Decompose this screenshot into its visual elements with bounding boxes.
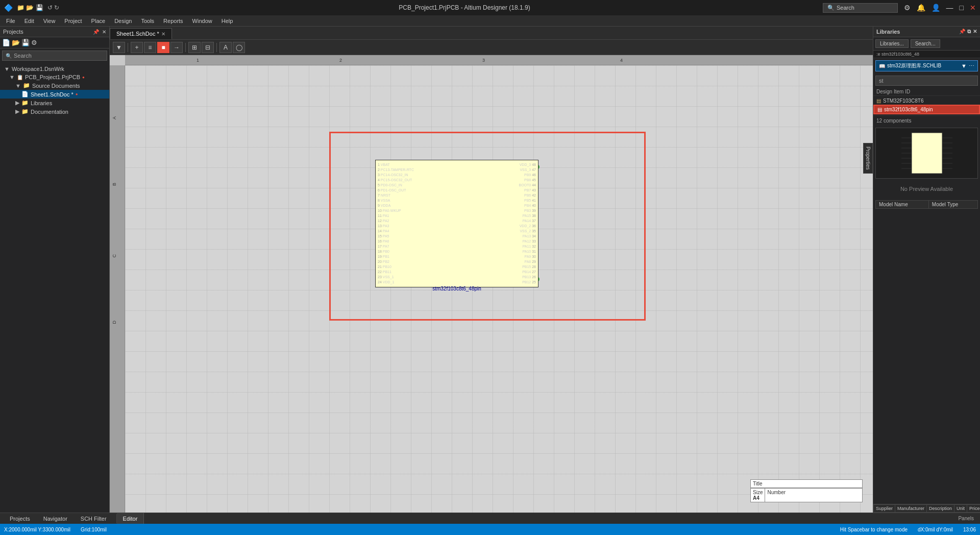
menu-help[interactable]: Help xyxy=(217,17,237,25)
pin-7: 7 NRST xyxy=(378,193,414,198)
library-dropdown[interactable]: 📖 stm32原理图库.SCHLIB ▼ ⋯ xyxy=(875,60,978,71)
tree-libraries[interactable]: ▶ 📁 Libraries xyxy=(0,99,109,107)
panels-button[interactable]: Panels xyxy=(952,516,980,521)
no-preview-text: No Preview Available xyxy=(873,181,980,197)
toolbar-text-btn[interactable]: A xyxy=(219,42,232,53)
menu-edit[interactable]: Edit xyxy=(20,17,38,25)
toolbar-filter-btn[interactable]: ▼ xyxy=(113,42,125,53)
chip-icon-2: ▤ xyxy=(877,107,882,112)
pin-24: 24 VDD_1 xyxy=(378,280,414,285)
project-search-input[interactable]: 🔍 Search xyxy=(2,51,107,61)
sheet-error-dot: ● xyxy=(76,92,78,96)
bottom-tab-projects[interactable]: Projects xyxy=(4,514,36,523)
user-icon[interactable]: 👤 xyxy=(932,4,940,12)
toolbar-bus-btn[interactable]: ≡ xyxy=(144,42,156,53)
ruler-mark-1: 1 xyxy=(197,58,199,63)
titlebar-file-icons: 📁 📂 💾 xyxy=(17,4,43,11)
folder-expand-icon: ▼ xyxy=(15,83,21,89)
size-cell: Size A4 xyxy=(751,489,765,502)
close-icon[interactable]: ✕ xyxy=(973,29,977,35)
toolbar-sep2 xyxy=(185,43,186,52)
notify-icon[interactable]: 🔔 xyxy=(917,4,925,12)
model-table-container: Model Name Model Type xyxy=(873,197,980,212)
toolbar-place-btn[interactable]: ■ xyxy=(157,42,169,53)
titlebar: 🔷 📁 📂 💾 ↺ ↻ PCB_Project1.PrjPCB - Altium… xyxy=(0,0,980,15)
save-icon[interactable]: 💾 xyxy=(21,39,30,46)
pin-12: 12 PA2 xyxy=(378,218,414,224)
window-title: PCB_Project1.PrjPCB - Altium Designer (1… xyxy=(106,4,823,11)
pin-17: 17 PA7 xyxy=(378,244,414,249)
workspace-icon: ▼ xyxy=(4,66,10,72)
tree-source-docs[interactable]: ▼ 📁 Source Documents xyxy=(0,81,109,90)
pin-18: 18 PB0 xyxy=(378,249,414,254)
panel-pin-icon[interactable]: 📌 xyxy=(93,29,99,35)
design-item-stm32-48pin[interactable]: ▤ stm32f103c8t6_48pin xyxy=(873,105,980,114)
model-table: Model Name Model Type xyxy=(875,200,978,209)
tree-workspace[interactable]: ▼ Workspace1.DsnWrk xyxy=(0,65,109,73)
toolbar-arc-btn[interactable]: ◯ xyxy=(233,42,245,53)
menu-file[interactable]: File xyxy=(2,17,19,25)
ruler-mark-4: 4 xyxy=(620,58,623,63)
new-file-icon[interactable]: 📄 xyxy=(2,39,10,46)
pin-28: PB15 28 xyxy=(519,264,536,270)
search-value: st xyxy=(879,78,884,84)
bottom-tab-sch-filter[interactable]: SCH Filter xyxy=(75,514,112,523)
toolbar-connect-btn[interactable]: → xyxy=(170,42,183,53)
open-folder-icon[interactable]: 📂 xyxy=(12,39,20,46)
toolbar-wire-btn[interactable]: + xyxy=(131,42,143,53)
toolbar-comp1-btn[interactable]: ⊞ xyxy=(188,42,201,53)
properties-panel-tab[interactable]: Properties xyxy=(863,143,873,174)
pin-16: 16 PA6 xyxy=(378,239,414,244)
menu-reports[interactable]: Reports xyxy=(159,17,187,25)
pin-icon[interactable]: 📌 xyxy=(959,29,965,35)
menu-window[interactable]: Window xyxy=(188,17,216,25)
menu-design[interactable]: Design xyxy=(110,17,136,25)
pin-40: PB4 40 xyxy=(519,203,536,208)
size-label: Size xyxy=(753,490,763,495)
project-expand-icon: ▼ xyxy=(9,74,15,80)
tab-close-icon[interactable]: ✕ xyxy=(161,31,165,37)
preview-svg xyxy=(896,130,958,176)
project-label: PCB_Project1.PrjPCB xyxy=(25,74,80,80)
minimize-btn[interactable]: — xyxy=(946,4,953,12)
left-panel-header: Projects 📌 ✕ xyxy=(0,27,109,37)
panel-close-icon[interactable]: ✕ xyxy=(102,29,106,35)
tree-pcb-project[interactable]: ▼ 📋 PCB_Project1.PrjPCB ● xyxy=(0,73,109,81)
menu-project[interactable]: Project xyxy=(60,17,86,25)
ic-component[interactable]: 1 VBAT 2 PC13-TAMPER-RTC 3 PC14-OSC32_IN… xyxy=(345,150,569,298)
float-icon[interactable]: ⧉ xyxy=(967,29,971,35)
editor-tab[interactable]: Editor xyxy=(117,513,144,524)
bottom-tab-navigator[interactable]: Navigator xyxy=(38,514,73,523)
schematic-icon: 📄 xyxy=(21,91,29,98)
pin-30: PA9 30 xyxy=(519,254,536,259)
lib-search-input[interactable]: st xyxy=(875,76,978,86)
grid-display: Grid:100mil xyxy=(81,527,107,532)
toolbar-comp2-btn[interactable]: ⊟ xyxy=(202,42,214,53)
titlebar-search[interactable]: 🔍 Search xyxy=(823,3,898,13)
app-icon: 🔷 xyxy=(4,4,13,12)
tree-sheet1[interactable]: 📄 Sheet1.SchDoc * ● xyxy=(0,90,109,99)
menu-view[interactable]: View xyxy=(39,17,60,25)
number-cell: Number xyxy=(765,489,788,502)
more-icon[interactable]: ⋯ xyxy=(969,63,974,69)
maximize-btn[interactable]: □ xyxy=(960,4,964,12)
settings-project-icon[interactable]: ⚙ xyxy=(31,39,37,46)
settings-icon[interactable]: ⚙ xyxy=(904,4,911,12)
size-number-row: Size A4 Number xyxy=(751,488,862,502)
components-count: 12 components xyxy=(873,115,980,126)
menu-tools[interactable]: Tools xyxy=(137,17,158,25)
search-button[interactable]: Search... xyxy=(911,39,940,48)
pin-5: 5 PD0-OSC_IN xyxy=(378,183,414,188)
pin-43: PB7 43 xyxy=(519,188,536,193)
design-item-stm32f103c8t6[interactable]: ▤ STM32F103C8T6 xyxy=(873,97,980,105)
tab-sheet1[interactable]: Sheet1.SchDoc * ✕ xyxy=(110,28,172,39)
document-tabs: Sheet1.SchDoc * ✕ xyxy=(110,27,873,40)
scroll-spacer xyxy=(873,212,980,504)
schematic-canvas[interactable]: 1 2 3 4 A B C D xyxy=(110,55,873,513)
pin-32: PA11 32 xyxy=(519,244,536,249)
close-btn[interactable]: ✕ xyxy=(970,4,976,12)
libraries-button[interactable]: Libraries... xyxy=(875,39,909,48)
menu-place[interactable]: Place xyxy=(87,17,110,25)
price-header: Price xyxy=(967,505,980,513)
tree-documentation[interactable]: ▶ 📁 Documentation xyxy=(0,107,109,116)
